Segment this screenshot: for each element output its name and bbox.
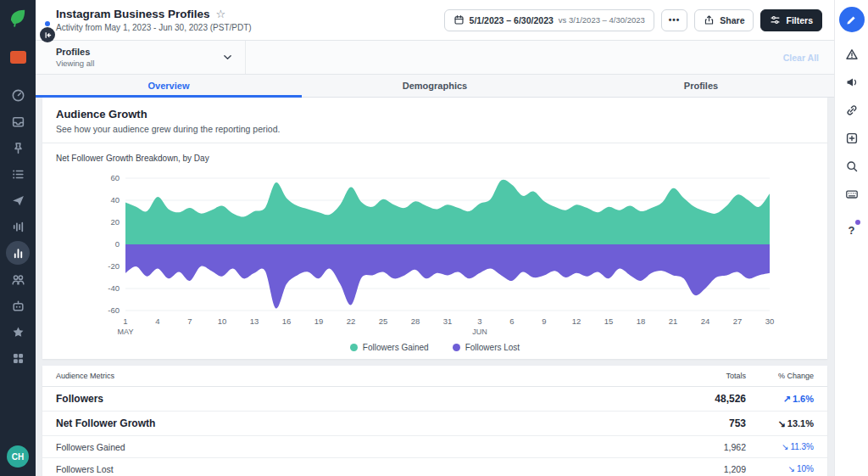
svg-text:-20: -20 (108, 261, 120, 271)
utility-sidebar: ? (834, 0, 868, 476)
profiles-dropdown-label: Profiles (56, 47, 94, 57)
svg-text:-60: -60 (108, 305, 120, 315)
chevron-down-icon (222, 52, 233, 63)
svg-text:19: 19 (314, 316, 324, 326)
report-scroll-area[interactable]: Audience Growth See how your audience gr… (36, 98, 834, 476)
tab-demographics[interactable]: Demographics (302, 75, 568, 97)
svg-text:MAY: MAY (118, 328, 134, 336)
search-icon (845, 160, 859, 173)
svg-text:1: 1 (123, 316, 127, 326)
net-follower-growth-chart: 6040200-20-40-60147101316192225283136912… (92, 168, 778, 343)
shortcuts-button[interactable] (845, 188, 859, 201)
audience-metrics-table: Audience Metrics Totals % Change Followe… (42, 366, 827, 476)
profiles-filter-bar: Profiles Viewing all Clear All (36, 41, 834, 75)
sidebar-item-favorites[interactable] (10, 324, 25, 339)
table-row: Net Follower Growth 753 ↘13.1% (42, 412, 827, 436)
change-value: ↘13.1% (746, 418, 814, 429)
compose-pencil-icon (845, 14, 858, 26)
report-subtitle: Activity from May 1, 2023 - Jun 30, 2023… (56, 23, 252, 32)
link-button[interactable] (845, 104, 859, 117)
main-content: Instagram Business Profiles ☆ Activity f… (36, 0, 834, 476)
sidebar-item-tasks[interactable] (10, 166, 25, 182)
filters-button[interactable]: Filters (760, 9, 822, 31)
audience-growth-card: Audience Growth See how your audience gr… (42, 98, 827, 359)
sidebar-item-inbox[interactable] (10, 114, 25, 129)
more-button[interactable]: ••• (661, 9, 688, 31)
report-header: Instagram Business Profiles ☆ Activity f… (36, 0, 834, 41)
profiles-dropdown-sublabel: Viewing all (56, 59, 94, 68)
sidebar-item-publishing[interactable] (10, 193, 25, 208)
section-subtitle: See how your audience grew during the re… (56, 124, 814, 134)
report-tabs: Overview Demographics Profiles (36, 75, 834, 98)
apps-grid-icon (11, 351, 25, 366)
share-button[interactable]: Share (694, 9, 754, 31)
trend-up-icon: ↗ (783, 394, 791, 405)
trend-down-icon: ↘ (782, 442, 788, 451)
help-button[interactable]: ? (849, 222, 855, 238)
legend-followers-gained[interactable]: Followers Gained (350, 343, 429, 352)
sidebar-item-feeds[interactable] (10, 140, 25, 155)
lost-legend-dot (453, 344, 460, 351)
svg-text:24: 24 (701, 316, 710, 326)
chart-legend: Followers Gained Followers Lost (56, 343, 814, 352)
svg-text:13: 13 (250, 316, 259, 326)
svg-text:6: 6 (509, 316, 514, 326)
bar-chart-icon (12, 247, 25, 260)
svg-text:10: 10 (218, 316, 227, 326)
primary-sidebar: CH (0, 0, 36, 476)
calendar-icon (453, 14, 465, 25)
trend-down-icon: ↘ (778, 418, 786, 429)
sidebar-item-apps[interactable] (10, 350, 25, 366)
plus-square-icon (845, 132, 859, 145)
sidebar-collapse-button[interactable] (40, 27, 55, 42)
profiles-dropdown[interactable]: Profiles Viewing all (36, 41, 246, 74)
svg-text:22: 22 (347, 316, 356, 326)
column-header-totals: Totals (644, 372, 746, 380)
compose-button[interactable] (839, 7, 865, 32)
announcements-button[interactable] (845, 76, 859, 89)
tab-profiles[interactable]: Profiles (568, 75, 834, 97)
user-avatar[interactable]: CH (7, 445, 29, 468)
workspace-icon[interactable] (10, 51, 26, 64)
megaphone-icon (845, 76, 859, 89)
sidebar-item-community[interactable] (10, 272, 25, 287)
legend-followers-lost[interactable]: Followers Lost (453, 343, 520, 352)
compare-range-value: vs 3/1/2023 – 4/30/2023 (559, 15, 645, 25)
gained-legend-dot (350, 344, 358, 351)
sidebar-item-listening[interactable] (10, 219, 25, 234)
alert-triangle-icon (845, 48, 859, 61)
search-button[interactable] (845, 160, 859, 173)
svg-text:21: 21 (669, 316, 678, 326)
alerts-button[interactable] (845, 48, 859, 61)
waveform-icon (11, 220, 25, 234)
table-row: Followers 48,526 ↗1.6% (42, 387, 827, 412)
date-range-button[interactable]: 5/1/2023 – 6/30/2023 vs 3/1/2023 – 4/30/… (444, 9, 654, 31)
collapse-arrow-icon (43, 31, 53, 40)
svg-text:0: 0 (115, 239, 120, 249)
link-icon (845, 104, 859, 117)
pin-icon (11, 141, 25, 155)
table-row: Followers Gained 1,962 ↘11.3% (42, 436, 827, 458)
add-button[interactable] (845, 132, 859, 145)
column-header-change: % Change (746, 372, 814, 380)
clear-all-button[interactable]: Clear All (783, 53, 834, 63)
chart-title: Net Follower Growth Breakdown, by Day (56, 154, 814, 163)
notification-dot (45, 21, 50, 26)
sprout-logo[interactable] (7, 7, 29, 29)
svg-text:27: 27 (733, 316, 743, 326)
svg-text:28: 28 (411, 316, 420, 326)
sidebar-item-automation[interactable] (10, 298, 25, 313)
svg-text:4: 4 (155, 316, 159, 326)
favorite-star-icon[interactable]: ☆ (216, 8, 226, 20)
svg-text:7: 7 (187, 316, 192, 326)
sidebar-item-dashboard[interactable] (10, 87, 25, 103)
date-range-value: 5/1/2023 – 6/30/2023 (470, 15, 554, 25)
sidebar-item-reports[interactable] (6, 241, 30, 265)
help-icon: ? (849, 224, 855, 237)
tab-overview[interactable]: Overview (36, 75, 302, 97)
svg-text:9: 9 (542, 316, 546, 326)
svg-text:3: 3 (477, 316, 481, 326)
svg-text:15: 15 (604, 316, 614, 326)
section-title: Audience Growth (56, 108, 814, 120)
gauge-icon (11, 88, 25, 103)
